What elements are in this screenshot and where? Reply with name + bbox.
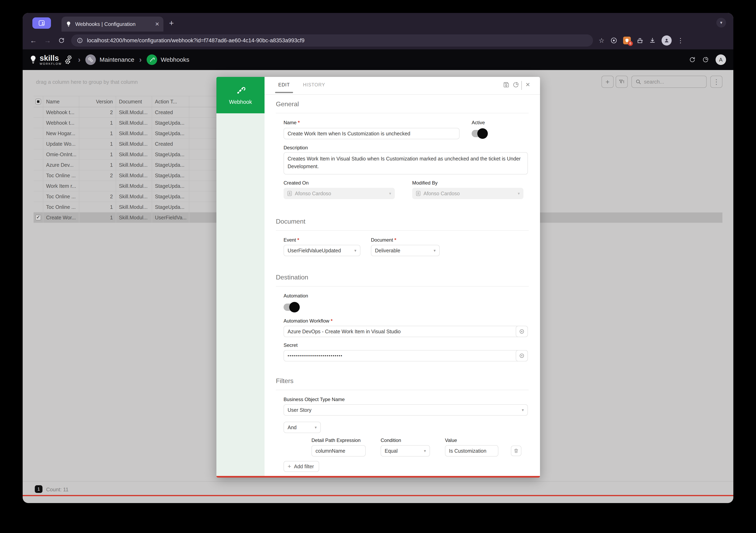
- tab-history[interactable]: HISTORY: [303, 82, 325, 88]
- browser-profile-avatar[interactable]: [662, 35, 672, 45]
- user-avatar[interactable]: A: [716, 54, 726, 65]
- filter-funnel-icon: [619, 79, 625, 85]
- person-card-icon: [416, 191, 421, 196]
- event-select[interactable]: UserFieldValueUpdated▾: [284, 245, 361, 256]
- name-label: Name: [284, 120, 300, 126]
- table-header-row: Name Version Document Action T...: [34, 96, 225, 107]
- section-destination: Destination: [276, 273, 308, 281]
- browser-tab-strip: Webhooks | Configuration ✕ + ▾: [23, 13, 733, 32]
- logo-subtitle: WORKFLOW: [40, 62, 62, 65]
- site-info-icon[interactable]: [77, 38, 83, 43]
- add-webhook-button[interactable]: +: [602, 76, 614, 88]
- automation-workflow-input[interactable]: [284, 326, 528, 337]
- column-header-action[interactable]: Action T...: [152, 96, 189, 107]
- name-input[interactable]: [284, 128, 460, 139]
- webhook-edit-panel: Webhook EDIT HISTORY ✕ Genera: [216, 77, 540, 478]
- document-label: Document: [371, 237, 396, 243]
- panel-body: EDIT HISTORY ✕ General Name Active: [264, 77, 540, 476]
- select-all-checkbox[interactable]: [34, 96, 43, 107]
- secret-eye-button[interactable]: [516, 350, 528, 361]
- column-header-document[interactable]: Document: [116, 96, 152, 107]
- column-header-name[interactable]: Name: [43, 96, 79, 107]
- business-object-type-select[interactable]: User Story▾: [284, 404, 528, 416]
- webhook-type-label: Webhook: [229, 99, 252, 105]
- bookmark-star-icon[interactable]: ☆: [599, 37, 605, 44]
- detail-path-expression-input[interactable]: [311, 445, 366, 457]
- url-text: localhost:4200/home/configuration/webhoo…: [87, 38, 305, 44]
- panel-header-divider: [521, 81, 522, 90]
- table-row[interactable]: Omie-OnInt...1Skill.Modul...StageUpda...: [34, 149, 225, 160]
- save-button[interactable]: [503, 81, 510, 88]
- automation-toggle[interactable]: [284, 303, 298, 311]
- pie-chart-icon[interactable]: [702, 56, 709, 63]
- table-row[interactable]: Toc Online ...1Skill.Modul...StageUpda..…: [34, 202, 225, 212]
- table-row[interactable]: Work Item r...Skill.Modul...StageUpda...: [34, 181, 225, 191]
- extension-circle-icon[interactable]: [610, 37, 617, 44]
- breadcrumb-maintenance[interactable]: Maintenance: [85, 54, 134, 65]
- downloads-icon[interactable]: [649, 37, 656, 44]
- breadcrumb-separator: ›: [139, 55, 142, 64]
- grid-menu-button[interactable]: ⋮: [710, 76, 722, 88]
- table-row[interactable]: Update Wo...1Skill.Modul...Created: [34, 139, 225, 149]
- pie-chart-icon: [512, 81, 519, 88]
- page-content: drag a column here to group by that colu…: [23, 70, 733, 503]
- back-button[interactable]: ←: [30, 37, 37, 44]
- section-general: General: [276, 100, 299, 108]
- section-filters: Filters: [276, 377, 293, 385]
- add-filter-button[interactable]: + Add filter: [284, 461, 319, 472]
- extension-badge: 6: [628, 41, 633, 46]
- new-tab-button[interactable]: +: [169, 19, 174, 28]
- workflow-eye-button[interactable]: [516, 326, 528, 337]
- document-select[interactable]: Deliverable▾: [371, 245, 440, 256]
- tab-edit[interactable]: EDIT: [278, 82, 290, 88]
- adblock-extension-icon[interactable]: 6: [623, 37, 631, 44]
- chevron-down-icon: ▾: [424, 448, 426, 453]
- browser-menu-kebab-icon[interactable]: ⋮: [677, 37, 684, 44]
- extensions-puzzle-icon[interactable]: [636, 37, 643, 44]
- trash-icon: [514, 448, 519, 454]
- filter-value-input[interactable]: [445, 445, 498, 457]
- table-row[interactable]: New Hogar...1Skill.Modul...StageUpda...: [34, 128, 225, 139]
- filter-operator-select[interactable]: And▾: [284, 422, 321, 433]
- save-floppy-icon: [503, 81, 510, 88]
- tab-close-icon[interactable]: ✕: [155, 21, 159, 27]
- tab-list-chevron-icon[interactable]: ▾: [716, 18, 726, 28]
- filter-button[interactable]: [616, 76, 628, 88]
- table-row[interactable]: Toc Online ...2Skill.Modul...StageUpda..…: [34, 170, 225, 181]
- modified-by-select: Afonso Cardoso▾: [412, 188, 524, 199]
- chevron-down-icon: ▾: [434, 248, 436, 253]
- row-count-label: Count: 11: [46, 487, 68, 493]
- search-input[interactable]: [644, 79, 701, 85]
- plus-icon: +: [287, 463, 291, 470]
- workspace-button[interactable]: [32, 17, 51, 29]
- condition-select[interactable]: Equal▾: [381, 445, 430, 457]
- row-checkbox[interactable]: [34, 212, 43, 223]
- grid-search[interactable]: [632, 76, 707, 88]
- close-panel-button[interactable]: ✕: [526, 81, 530, 88]
- pie-chart-button[interactable]: [512, 81, 519, 88]
- app-logo[interactable]: skills WORKFLOW: [29, 54, 73, 65]
- grid-toolbar: + ⋮: [602, 76, 722, 88]
- table-row[interactable]: Webhook t...2Skill.Modul...Created: [34, 107, 225, 118]
- active-toggle[interactable]: [472, 130, 486, 137]
- breadcrumb-webhooks[interactable]: Webhooks: [147, 54, 189, 65]
- table-row[interactable]: Toc Online ...2Skill.Modul...StageUpda..…: [34, 191, 225, 202]
- breadcrumb-separator: ›: [78, 55, 81, 64]
- tab-favicon-lightbulb-icon: [66, 21, 71, 27]
- tab-title: Webhooks | Configuration: [75, 21, 151, 27]
- table-row[interactable]: Azure Dev...1Skill.Modul...StageUpda...: [34, 160, 225, 170]
- secret-input[interactable]: [284, 350, 528, 361]
- section-document: Document: [276, 218, 305, 225]
- detail-path-expression-label: Detail Path Expression: [311, 437, 361, 443]
- description-textarea[interactable]: Creates Work Item in Visual Studio when …: [284, 152, 528, 175]
- refresh-icon[interactable]: [689, 56, 696, 63]
- address-bar[interactable]: localhost:4200/home/configuration/webhoo…: [71, 34, 593, 46]
- reload-button[interactable]: [58, 37, 65, 44]
- column-header-version[interactable]: Version: [79, 96, 116, 107]
- delete-filter-button[interactable]: [511, 446, 521, 456]
- browser-tab[interactable]: Webhooks | Configuration ✕: [62, 16, 163, 32]
- page-number-badge[interactable]: 1: [35, 485, 42, 493]
- forward-button[interactable]: →: [44, 37, 51, 44]
- table-row[interactable]: Webhook t...1Skill.Modul...StageUpda...: [34, 118, 225, 128]
- status-separator: [23, 481, 733, 482]
